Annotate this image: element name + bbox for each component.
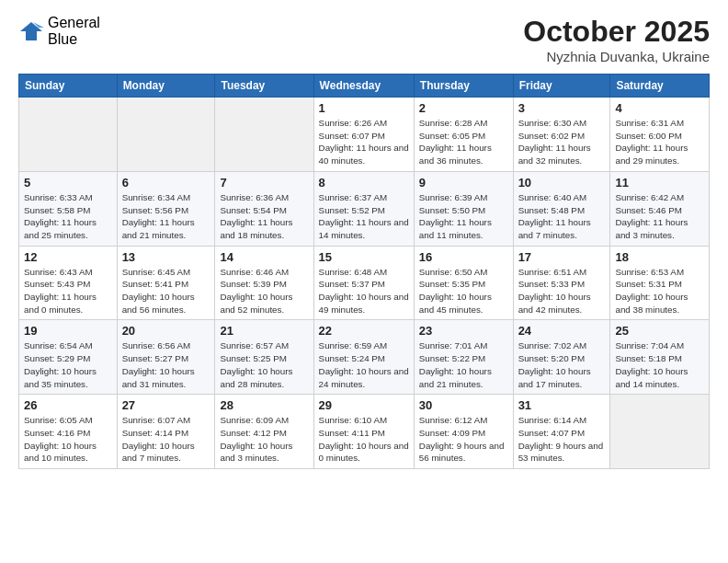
cell-info: Sunrise: 6:51 AM Sunset: 5:33 PM Dayligh… [518, 266, 606, 316]
table-row: 5Sunrise: 6:33 AM Sunset: 5:58 PM Daylig… [19, 171, 118, 246]
table-row: 29Sunrise: 6:10 AM Sunset: 4:11 PM Dayli… [313, 395, 414, 469]
calendar-week-1: 1Sunrise: 6:26 AM Sunset: 6:07 PM Daylig… [19, 98, 710, 172]
cell-day-number: 14 [220, 250, 308, 264]
svg-marker-0 [20, 22, 42, 40]
table-row: 19Sunrise: 6:54 AM Sunset: 5:29 PM Dayli… [19, 320, 118, 395]
cell-day-number: 4 [615, 101, 704, 115]
cell-day-number: 1 [319, 101, 409, 115]
calendar-week-2: 5Sunrise: 6:33 AM Sunset: 5:58 PM Daylig… [19, 171, 710, 246]
cell-day-number: 16 [419, 250, 508, 264]
table-row: 3Sunrise: 6:30 AM Sunset: 6:02 PM Daylig… [513, 98, 610, 172]
cell-day-number: 22 [319, 324, 409, 338]
cell-day-number: 19 [24, 324, 112, 338]
table-row: 14Sunrise: 6:46 AM Sunset: 5:39 PM Dayli… [215, 246, 313, 320]
cell-info: Sunrise: 6:43 AM Sunset: 5:43 PM Dayligh… [24, 266, 112, 316]
cell-day-number: 23 [419, 324, 508, 338]
cell-info: Sunrise: 6:45 AM Sunset: 5:41 PM Dayligh… [122, 266, 210, 316]
cell-info: Sunrise: 6:48 AM Sunset: 5:37 PM Dayligh… [319, 266, 409, 316]
table-row: 2Sunrise: 6:28 AM Sunset: 6:05 PM Daylig… [414, 98, 513, 172]
table-row: 16Sunrise: 6:50 AM Sunset: 5:35 PM Dayli… [414, 246, 513, 320]
cell-day-number: 8 [319, 176, 409, 190]
cell-info: Sunrise: 6:56 AM Sunset: 5:27 PM Dayligh… [122, 339, 210, 390]
cell-info: Sunrise: 6:30 AM Sunset: 6:02 PM Dayligh… [518, 117, 606, 167]
calendar-header-row: Sunday Monday Tuesday Wednesday Thursday… [19, 75, 710, 98]
col-friday: Friday [513, 75, 610, 98]
cell-day-number: 9 [419, 176, 508, 190]
cell-day-number: 6 [122, 176, 210, 190]
logo-icon [18, 18, 44, 44]
table-row: 27Sunrise: 6:07 AM Sunset: 4:14 PM Dayli… [117, 395, 215, 469]
cell-day-number: 20 [122, 324, 210, 338]
month-title: October 2025 [523, 15, 710, 49]
cell-day-number: 18 [615, 250, 704, 264]
col-saturday: Saturday [610, 75, 710, 98]
table-row: 8Sunrise: 6:37 AM Sunset: 5:52 PM Daylig… [313, 171, 414, 246]
cell-day-number: 7 [220, 176, 308, 190]
col-thursday: Thursday [414, 75, 513, 98]
cell-info: Sunrise: 6:05 AM Sunset: 4:16 PM Dayligh… [24, 414, 112, 465]
table-row: 1Sunrise: 6:26 AM Sunset: 6:07 PM Daylig… [313, 98, 414, 172]
table-row: 26Sunrise: 6:05 AM Sunset: 4:16 PM Dayli… [19, 395, 118, 469]
cell-day-number: 5 [24, 176, 112, 190]
table-row: 31Sunrise: 6:14 AM Sunset: 4:07 PM Dayli… [513, 395, 610, 469]
table-row: 21Sunrise: 6:57 AM Sunset: 5:25 PM Dayli… [215, 320, 313, 395]
cell-day-number: 26 [24, 398, 112, 412]
calendar-week-5: 26Sunrise: 6:05 AM Sunset: 4:16 PM Dayli… [19, 395, 710, 469]
table-row [117, 98, 215, 172]
cell-info: Sunrise: 6:57 AM Sunset: 5:25 PM Dayligh… [220, 339, 308, 390]
cell-info: Sunrise: 6:12 AM Sunset: 4:09 PM Dayligh… [419, 414, 508, 465]
table-row: 13Sunrise: 6:45 AM Sunset: 5:41 PM Dayli… [117, 246, 215, 320]
cell-info: Sunrise: 6:53 AM Sunset: 5:31 PM Dayligh… [615, 266, 704, 316]
cell-info: Sunrise: 6:31 AM Sunset: 6:00 PM Dayligh… [615, 117, 704, 167]
table-row: 4Sunrise: 6:31 AM Sunset: 6:00 PM Daylig… [610, 98, 710, 172]
cell-info: Sunrise: 6:26 AM Sunset: 6:07 PM Dayligh… [319, 117, 409, 167]
cell-info: Sunrise: 6:10 AM Sunset: 4:11 PM Dayligh… [319, 414, 409, 465]
table-row: 23Sunrise: 7:01 AM Sunset: 5:22 PM Dayli… [414, 320, 513, 395]
cell-info: Sunrise: 6:54 AM Sunset: 5:29 PM Dayligh… [24, 339, 112, 390]
table-row: 9Sunrise: 6:39 AM Sunset: 5:50 PM Daylig… [414, 171, 513, 246]
table-row: 11Sunrise: 6:42 AM Sunset: 5:46 PM Dayli… [610, 171, 710, 246]
table-row: 24Sunrise: 7:02 AM Sunset: 5:20 PM Dayli… [513, 320, 610, 395]
table-row: 7Sunrise: 6:36 AM Sunset: 5:54 PM Daylig… [215, 171, 313, 246]
cell-info: Sunrise: 6:37 AM Sunset: 5:52 PM Dayligh… [319, 191, 409, 242]
table-row [610, 395, 710, 469]
table-row: 20Sunrise: 6:56 AM Sunset: 5:27 PM Dayli… [117, 320, 215, 395]
table-row [215, 98, 313, 172]
calendar-week-4: 19Sunrise: 6:54 AM Sunset: 5:29 PM Dayli… [19, 320, 710, 395]
cell-day-number: 30 [419, 398, 508, 412]
table-row: 25Sunrise: 7:04 AM Sunset: 5:18 PM Dayli… [610, 320, 710, 395]
cell-info: Sunrise: 6:33 AM Sunset: 5:58 PM Dayligh… [24, 191, 112, 242]
cell-info: Sunrise: 7:04 AM Sunset: 5:18 PM Dayligh… [615, 339, 704, 390]
cell-day-number: 29 [319, 398, 409, 412]
cell-info: Sunrise: 6:28 AM Sunset: 6:05 PM Dayligh… [419, 117, 508, 167]
location: Nyzhnia Duvanka, Ukraine [523, 49, 710, 64]
cell-day-number: 15 [319, 250, 409, 264]
cell-info: Sunrise: 6:59 AM Sunset: 5:24 PM Dayligh… [319, 339, 409, 390]
table-row: 6Sunrise: 6:34 AM Sunset: 5:56 PM Daylig… [117, 171, 215, 246]
table-row: 15Sunrise: 6:48 AM Sunset: 5:37 PM Dayli… [313, 246, 414, 320]
cell-info: Sunrise: 6:46 AM Sunset: 5:39 PM Dayligh… [220, 266, 308, 316]
cell-day-number: 11 [615, 176, 704, 190]
title-area: October 2025 Nyzhnia Duvanka, Ukraine [523, 15, 710, 64]
logo-blue: Blue [48, 31, 100, 48]
table-row: 18Sunrise: 6:53 AM Sunset: 5:31 PM Dayli… [610, 246, 710, 320]
cell-day-number: 2 [419, 101, 508, 115]
col-tuesday: Tuesday [215, 75, 313, 98]
cell-day-number: 3 [518, 101, 606, 115]
calendar-table: Sunday Monday Tuesday Wednesday Thursday… [18, 74, 710, 469]
cell-day-number: 12 [24, 250, 112, 264]
cell-day-number: 21 [220, 324, 308, 338]
cell-day-number: 27 [122, 398, 210, 412]
table-row: 12Sunrise: 6:43 AM Sunset: 5:43 PM Dayli… [19, 246, 118, 320]
logo-general: General [48, 15, 100, 31]
page: General Blue October 2025 Nyzhnia Duvank… [0, 0, 728, 563]
cell-info: Sunrise: 6:07 AM Sunset: 4:14 PM Dayligh… [122, 414, 210, 465]
cell-info: Sunrise: 6:09 AM Sunset: 4:12 PM Dayligh… [220, 414, 308, 465]
logo: General Blue [18, 15, 100, 47]
cell-info: Sunrise: 6:50 AM Sunset: 5:35 PM Dayligh… [419, 266, 508, 316]
calendar-week-3: 12Sunrise: 6:43 AM Sunset: 5:43 PM Dayli… [19, 246, 710, 320]
cell-info: Sunrise: 7:01 AM Sunset: 5:22 PM Dayligh… [419, 339, 508, 390]
cell-day-number: 17 [518, 250, 606, 264]
cell-day-number: 13 [122, 250, 210, 264]
cell-info: Sunrise: 6:39 AM Sunset: 5:50 PM Dayligh… [419, 191, 508, 242]
